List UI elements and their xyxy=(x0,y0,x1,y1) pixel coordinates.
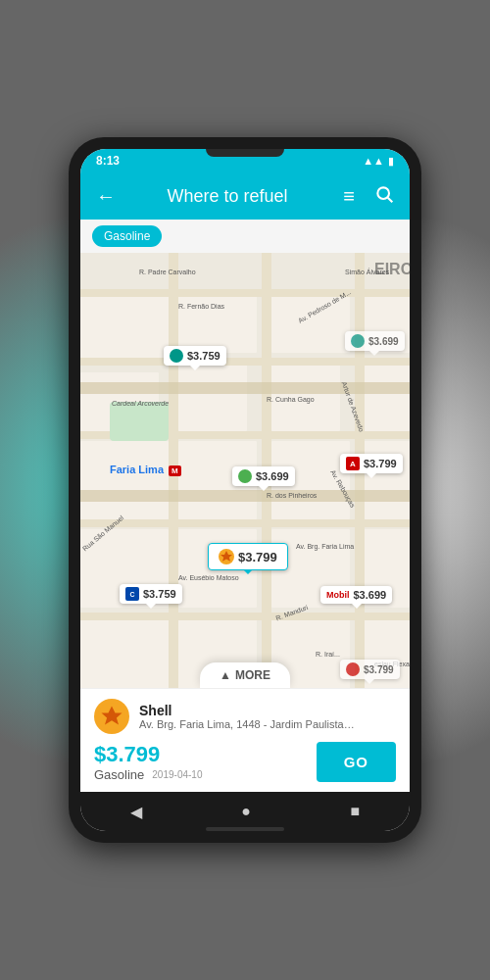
svg-rect-31 xyxy=(80,382,410,394)
signal-icon: ▲▲ xyxy=(363,155,384,167)
recent-nav-icon[interactable]: ■ xyxy=(351,803,361,820)
brand-icon-2 xyxy=(351,334,365,348)
brand-icon-6: C xyxy=(125,587,139,601)
texaco-icon xyxy=(346,662,360,676)
price-4: $3.799 xyxy=(364,458,397,469)
brand-icon-3 xyxy=(238,469,252,483)
page-title: Where to refuel xyxy=(127,186,327,207)
faria-lima-label: Faria Lima M xyxy=(110,464,181,476)
svg-point-0 xyxy=(377,187,389,199)
price-sub: Gasoline 2019-04-10 xyxy=(94,767,202,782)
brand-icon-1 xyxy=(170,349,183,363)
home-nav-icon[interactable]: ● xyxy=(241,803,251,820)
price-2: $3.699 xyxy=(368,336,399,347)
price-1: $3.759 xyxy=(187,350,220,362)
price-marker-7[interactable]: Mobil $3.699 xyxy=(320,586,392,604)
price-6: $3.759 xyxy=(143,588,176,600)
phone-frame: 8:13 ▲▲ ▮ ← Where to refuel ≡ Gasoline xyxy=(69,137,421,843)
status-time: 8:13 xyxy=(96,154,120,168)
price-date: 2019-04-10 xyxy=(152,769,202,780)
more-arrow: ▲ xyxy=(220,668,231,682)
search-icon[interactable] xyxy=(370,184,398,209)
svg-text:R. Padre Carvalho: R. Padre Carvalho xyxy=(139,269,196,275)
svg-rect-5 xyxy=(80,441,169,519)
svg-rect-33 xyxy=(110,402,169,441)
station-row: Shell Av. Brg. Faria Lima, 1448 - Jardim… xyxy=(94,699,396,734)
svg-text:Simão Álvares: Simão Álvares xyxy=(345,268,390,275)
station-address: Av. Brg. Faria Lima, 1448 - Jardim Pauli… xyxy=(139,718,355,730)
price-8: $3.799 xyxy=(364,664,394,675)
svg-rect-13 xyxy=(360,363,410,431)
svg-rect-14 xyxy=(360,441,410,519)
shell-logo-icon xyxy=(219,549,234,564)
phone-screen: 8:13 ▲▲ ▮ ← Where to refuel ≡ Gasoline xyxy=(80,149,410,831)
brand-icon-4: A xyxy=(346,457,360,470)
station-card: Shell Av. Brg. Faria Lima, 1448 - Jardim… xyxy=(80,688,410,792)
price-marker-4[interactable]: A $3.799 xyxy=(340,454,403,473)
svg-rect-19 xyxy=(80,617,169,688)
price-marker-6[interactable]: C $3.759 xyxy=(120,584,182,604)
back-nav-icon[interactable]: ◀ xyxy=(130,803,142,821)
battery-icon: ▮ xyxy=(388,155,394,168)
shell-logo-large xyxy=(98,703,125,730)
price-marker-1[interactable]: $3.759 xyxy=(164,346,226,366)
svg-rect-9 xyxy=(271,294,350,353)
filter-icon[interactable]: ≡ xyxy=(335,185,363,208)
more-button[interactable]: ▲ MORE xyxy=(200,662,290,688)
svg-text:Av. Eusébio Matoso: Av. Eusébio Matoso xyxy=(178,574,239,581)
price-5: $3.799 xyxy=(238,550,277,564)
top-bar: ← Where to refuel ≡ xyxy=(80,172,410,220)
price-left: $3.799 Gasoline 2019-04-10 xyxy=(94,742,202,782)
metro-badge: M xyxy=(169,466,181,476)
svg-line-1 xyxy=(388,197,393,202)
filter-row: Gasoline xyxy=(80,220,410,253)
svg-rect-3 xyxy=(80,294,169,363)
station-info: Shell Av. Brg. Faria Lima, 1448 - Jardim… xyxy=(139,703,396,730)
nav-bar: ◀ ● ■ xyxy=(80,792,410,831)
price-row: $3.799 Gasoline 2019-04-10 GO xyxy=(94,742,396,782)
more-label: MORE xyxy=(235,668,270,682)
price-marker-2[interactable]: $3.699 xyxy=(345,331,405,351)
price-7: $3.699 xyxy=(354,589,387,601)
svg-text:Cardeal Arcoverde: Cardeal Arcoverde xyxy=(112,400,169,407)
price-marker-8[interactable]: $3.799 xyxy=(340,660,400,679)
svg-text:Av. Brg. Faria Lima: Av. Brg. Faria Lima xyxy=(296,543,354,551)
svg-text:R. Iraí...: R. Iraí... xyxy=(316,651,340,658)
price-marker-3[interactable]: $3.699 xyxy=(232,466,295,486)
svg-text:R. Cunha Gago: R. Cunha Gago xyxy=(267,396,315,404)
svg-rect-32 xyxy=(80,490,410,502)
price-marker-5[interactable]: $3.799 xyxy=(208,543,288,570)
svg-text:R. Fernão Dias: R. Fernão Dias xyxy=(178,303,225,310)
price-3: $3.699 xyxy=(256,470,289,482)
price-main: $3.799 xyxy=(94,742,202,767)
station-logo xyxy=(94,699,129,734)
status-icons: ▲▲ ▮ xyxy=(363,155,394,168)
station-name: Shell xyxy=(139,703,396,718)
back-button[interactable]: ← xyxy=(92,185,120,208)
mobil-text-icon: Mobil xyxy=(326,590,350,600)
svg-text:R. dos Pinheiros: R. dos Pinheiros xyxy=(267,492,318,499)
phone-bottom-bar xyxy=(206,827,284,831)
gasoline-chip[interactable]: Gasoline xyxy=(92,225,162,247)
fuel-type: Gasoline xyxy=(94,767,144,782)
svg-rect-7 xyxy=(178,363,247,431)
phone-notch xyxy=(206,149,284,157)
go-button[interactable]: GO xyxy=(317,742,396,782)
map-area[interactable]: EIRO Cardeal Arcoverde Rua São Manuel Av… xyxy=(80,253,410,688)
